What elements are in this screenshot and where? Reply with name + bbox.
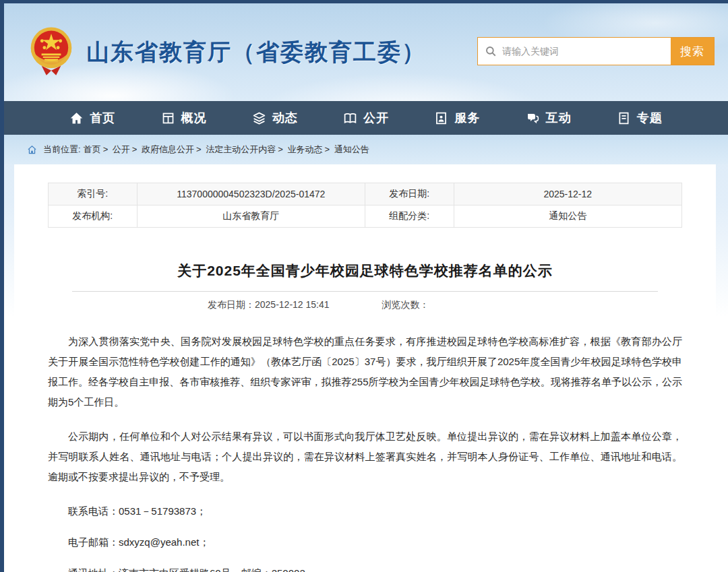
breadcrumb-item-3[interactable]: 政府信息公开 bbox=[139, 144, 194, 154]
document-meta-table: 索引号:11370000004502323D/2025-01472发布日期:20… bbox=[48, 183, 682, 228]
overview-icon bbox=[161, 111, 175, 125]
contact-label: 电子邮箱： bbox=[68, 536, 119, 548]
main-nav: 首页概况动态公开服务互动专题 bbox=[4, 101, 728, 135]
meta-value: 通知公告 bbox=[454, 205, 681, 228]
meta-label: 发布日期: bbox=[365, 183, 454, 205]
nav-item-label: 服务 bbox=[454, 110, 480, 126]
publish-date-value: 2025-12-12 15:41 bbox=[255, 299, 330, 310]
contact-label: 联系电话： bbox=[68, 505, 119, 517]
breadcrumb-item-6[interactable]: 通知公告 bbox=[332, 144, 369, 154]
contact-row-2: 电子邮箱：sdxyzq@yeah.net； bbox=[48, 532, 682, 552]
topics-icon bbox=[617, 111, 631, 125]
breadcrumb-separator: > bbox=[103, 144, 109, 154]
contact-value: 济南市市中区舜耕路60号，邮编：250002。 bbox=[119, 567, 315, 572]
search-input[interactable] bbox=[502, 46, 664, 57]
contact-row-1: 联系电话：0531－51793873； bbox=[48, 501, 682, 521]
meta-label: 索引号: bbox=[49, 183, 138, 205]
open-book-icon bbox=[343, 111, 357, 125]
breadcrumb-separator: > bbox=[278, 144, 283, 154]
page: 山东省教育厅（省委教育工委） 搜索 首页概况动态公开服务互动专题 当前位置: 首… bbox=[0, 0, 728, 572]
contact-value: sdxyzq@yeah.net； bbox=[119, 536, 209, 548]
nav-item-3[interactable]: 动态 bbox=[252, 110, 298, 126]
meta-table-row: 发布机构:山东省教育厅组配分类:通知公告 bbox=[49, 205, 682, 228]
service-icon bbox=[434, 111, 448, 125]
nav-item-4[interactable]: 公开 bbox=[343, 110, 389, 126]
content-panel: 索引号:11370000004502323D/2025-01472发布日期:20… bbox=[14, 164, 716, 572]
breadcrumb-prefix: 当前位置: bbox=[43, 144, 81, 156]
article-body: 为深入贯彻落实党中央、国务院对发展校园足球特色学校的重点任务要求，有序推进校园足… bbox=[48, 331, 682, 572]
breadcrumb-separator: > bbox=[196, 144, 202, 154]
meta-value: 山东省教育厅 bbox=[137, 205, 365, 228]
nav-item-1[interactable]: 首页 bbox=[69, 110, 115, 126]
nav-item-label: 概况 bbox=[181, 110, 207, 126]
nav-item-5[interactable]: 服务 bbox=[434, 110, 480, 126]
nav-item-label: 互动 bbox=[546, 110, 572, 126]
site-title: 山东省教育厅（省委教育工委） bbox=[86, 37, 426, 68]
search-icon bbox=[485, 45, 497, 57]
nav-item-2[interactable]: 概况 bbox=[161, 110, 207, 126]
search-box: 搜索 bbox=[477, 37, 715, 65]
site-header: 山东省教育厅（省委教育工委） 搜索 bbox=[4, 3, 728, 101]
interaction-icon bbox=[526, 111, 540, 125]
meta-label: 组配分类: bbox=[365, 205, 454, 228]
search-input-wrap bbox=[478, 38, 671, 65]
nav-item-label: 动态 bbox=[272, 110, 298, 126]
nav-item-label: 专题 bbox=[637, 110, 663, 126]
nav-item-label: 首页 bbox=[90, 110, 115, 126]
breadcrumb-separator: > bbox=[325, 144, 330, 154]
meta-value: 2025-12-12 bbox=[454, 183, 681, 205]
breadcrumb-item-2[interactable]: 公开 bbox=[110, 144, 130, 154]
nav-item-6[interactable]: 互动 bbox=[526, 110, 572, 126]
article-paragraph-2: 公示期内，任何单位和个人对公示结果有异议，可以书面形式向我厅体卫艺处反映。单位提… bbox=[48, 426, 682, 487]
meta-table-row: 索引号:11370000004502323D/2025-01472发布日期:20… bbox=[49, 183, 682, 205]
nav-item-7[interactable]: 专题 bbox=[617, 110, 663, 126]
breadcrumb-item-4[interactable]: 法定主动公开内容 bbox=[204, 144, 276, 154]
breadcrumb-separator: > bbox=[132, 144, 138, 154]
meta-value: 11370000004502323D/2025-01472 bbox=[137, 183, 365, 205]
article-title: 关于2025年全国青少年校园足球特色学校推荐名单的公示 bbox=[48, 261, 682, 280]
meta-label: 发布机构: bbox=[49, 205, 138, 228]
home-icon bbox=[69, 111, 84, 125]
nav-item-label: 公开 bbox=[363, 110, 389, 126]
breadcrumb-item-1[interactable]: 首页 bbox=[84, 144, 101, 154]
home-small-icon bbox=[27, 145, 37, 155]
article-paragraph-1: 为深入贯彻落实党中央、国务院对发展校园足球特色学校的重点任务要求，有序推进校园足… bbox=[48, 331, 682, 412]
publish-info-row: 发布日期：2025-12-12 15:41 浏览次数： bbox=[48, 299, 682, 311]
contact-label: 通讯地址： bbox=[68, 567, 119, 572]
dynamics-icon bbox=[252, 111, 266, 125]
title-divider bbox=[72, 291, 658, 292]
view-count-label: 浏览次数： bbox=[382, 299, 429, 310]
search-button[interactable]: 搜索 bbox=[671, 38, 714, 65]
publish-date: 发布日期：2025-12-12 15:41 bbox=[208, 299, 330, 311]
breadcrumb: 当前位置: 首页> 公开> 政府信息公开> 法定主动公开内容> 业务动态> 通知… bbox=[4, 135, 728, 164]
publish-date-label: 发布日期： bbox=[208, 299, 255, 310]
china-national-emblem-icon bbox=[27, 26, 75, 80]
view-count: 浏览次数： bbox=[382, 299, 429, 311]
contact-row-3: 通讯地址：济南市市中区舜耕路60号，邮编：250002。 bbox=[48, 563, 682, 572]
breadcrumb-item-5[interactable]: 业务动态 bbox=[285, 144, 323, 154]
contact-value: 0531－51793873； bbox=[119, 505, 206, 517]
